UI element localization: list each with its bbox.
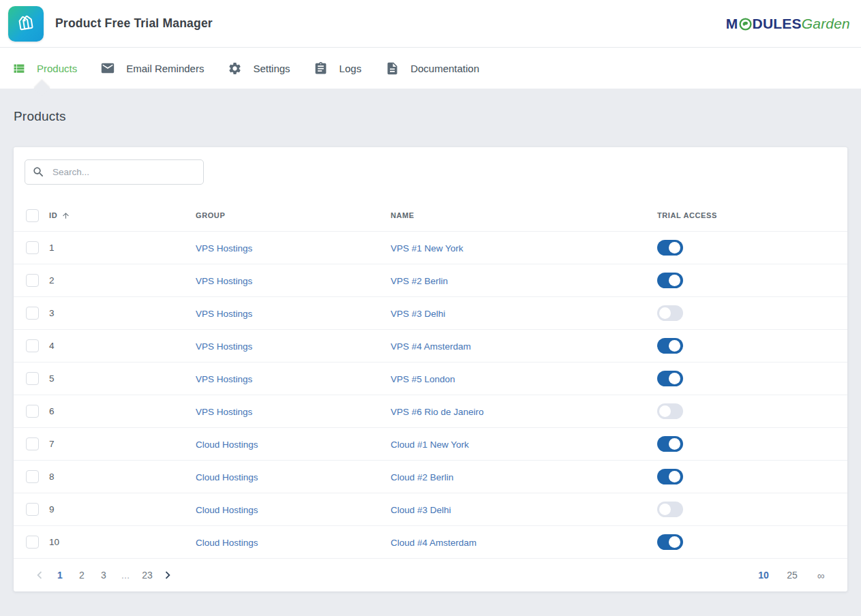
product-group-link[interactable]: VPS Hostings [196, 374, 252, 384]
product-name-link[interactable]: Cloud #4 Amsterdam [391, 538, 477, 548]
page-size-10[interactable]: 10 [755, 570, 772, 581]
page-size-all[interactable]: ∞ [812, 570, 830, 581]
column-header-trial-access[interactable]: TRIAL ACCESS [657, 211, 836, 219]
pagination-page-3[interactable]: 3 [94, 570, 113, 581]
product-group-link[interactable]: VPS Hostings [196, 243, 252, 253]
free-trial-tags-icon [8, 6, 44, 42]
product-id: 6 [49, 406, 196, 416]
toggle-knob [659, 307, 671, 319]
column-header-name[interactable]: NAME [391, 211, 657, 219]
tab-logs[interactable]: Logs [314, 61, 362, 76]
table-row: 9Cloud HostingsCloud #3 Delhi [14, 493, 847, 525]
tab-email-reminders[interactable]: Email Reminders [100, 61, 204, 76]
product-name-link[interactable]: VPS #3 Delhi [391, 309, 445, 319]
tab-label: Products [37, 63, 77, 74]
pagination: 123…23 1025∞ [14, 558, 847, 591]
trial-access-toggle[interactable] [657, 240, 683, 256]
product-id: 2 [49, 275, 196, 286]
row-checkbox[interactable] [26, 339, 39, 352]
product-id: 9 [49, 504, 196, 514]
trial-access-toggle[interactable] [657, 534, 683, 550]
tab-label: Email Reminders [126, 63, 204, 74]
app-root: Product Free Trial Manager M DULES Garde… [0, 0, 861, 591]
product-name-link[interactable]: VPS #2 Berlin [391, 276, 448, 286]
trial-access-toggle[interactable] [657, 469, 683, 484]
content: Products ID [0, 109, 861, 591]
row-checkbox[interactable] [26, 307, 39, 320]
pagination-page-1[interactable]: 1 [50, 570, 70, 581]
product-name-link[interactable]: VPS #1 New York [391, 243, 464, 253]
row-checkbox[interactable] [26, 274, 39, 287]
product-group-link[interactable]: Cloud Hostings [196, 538, 258, 548]
product-group-link[interactable]: VPS Hostings [196, 407, 252, 417]
tab-products[interactable]: Products [11, 61, 77, 76]
column-header-group[interactable]: GROUP [196, 211, 391, 219]
table-row: 10Cloud HostingsCloud #4 Amsterdam [14, 525, 847, 558]
trial-access-toggle[interactable] [657, 305, 683, 321]
search-input[interactable] [25, 159, 204, 185]
toggle-knob [669, 536, 680, 548]
product-group-link[interactable]: VPS Hostings [196, 341, 252, 352]
row-checkbox[interactable] [26, 470, 39, 483]
row-checkbox[interactable] [26, 405, 39, 418]
pagination-page-23[interactable]: 23 [138, 570, 157, 581]
globe-icon [739, 18, 752, 31]
search-box [25, 159, 204, 185]
table-row: 2VPS HostingsVPS #2 Berlin [14, 264, 847, 296]
product-group-link[interactable]: VPS Hostings [196, 309, 252, 319]
product-group-link[interactable]: Cloud Hostings [196, 505, 258, 515]
product-id: 3 [49, 308, 196, 318]
row-checkbox[interactable] [26, 503, 39, 516]
product-name-link[interactable]: VPS #6 Rio de Janeiro [391, 407, 484, 417]
product-name-link[interactable]: Cloud #3 Delhi [391, 505, 451, 515]
product-name-link[interactable]: Cloud #1 New York [391, 440, 469, 450]
tab-settings[interactable]: Settings [227, 61, 290, 76]
column-label-id: ID [49, 211, 57, 219]
product-group-link[interactable]: VPS Hostings [196, 276, 252, 286]
pagination-ellipsis: … [116, 570, 135, 581]
column-header-id[interactable]: ID [49, 211, 196, 220]
toggle-knob [669, 340, 680, 352]
toggle-knob [669, 275, 680, 286]
toggle-knob [669, 373, 680, 384]
table-row: 5VPS HostingsVPS #5 London [14, 362, 847, 395]
trial-access-toggle[interactable] [657, 371, 683, 386]
product-group-link[interactable]: Cloud Hostings [196, 440, 258, 450]
list-icon [11, 61, 26, 76]
table-row: 1VPS HostingsVPS #1 New York [14, 231, 847, 264]
products-card: ID GROUP NAME TRIAL ACCESS 1VPS Hostings… [14, 147, 847, 591]
tab-label: Documentation [410, 63, 479, 74]
trial-access-toggle[interactable] [657, 403, 683, 419]
select-all-checkbox[interactable] [26, 209, 39, 222]
trial-access-toggle[interactable] [657, 436, 683, 452]
clipboard-icon [314, 61, 329, 76]
table-row: 3VPS HostingsVPS #3 Delhi [14, 296, 847, 329]
trial-access-toggle[interactable] [657, 273, 683, 288]
product-name-link[interactable]: Cloud #2 Berlin [391, 472, 453, 482]
row-checkbox[interactable] [26, 536, 39, 549]
product-id: 8 [49, 472, 196, 482]
product-id: 10 [49, 537, 196, 547]
pagination-pages: 123…23 [31, 567, 176, 583]
page-size-25[interactable]: 25 [783, 570, 801, 581]
row-checkbox[interactable] [26, 372, 39, 385]
product-id: 4 [49, 341, 196, 351]
document-icon [384, 61, 399, 76]
row-checkbox[interactable] [26, 241, 39, 254]
search-icon [32, 166, 45, 179]
app-header: Product Free Trial Manager M DULES Garde… [0, 0, 861, 48]
product-name-link[interactable]: VPS #4 Amsterdam [391, 341, 471, 352]
product-id: 1 [49, 243, 196, 253]
trial-access-toggle[interactable] [657, 502, 683, 517]
pagination-page-2[interactable]: 2 [72, 570, 91, 581]
trial-access-toggle[interactable] [657, 338, 683, 354]
nav-tabs: ProductsEmail RemindersSettingsLogsDocum… [0, 48, 861, 89]
product-name-link[interactable]: VPS #5 London [391, 374, 455, 384]
pagination-next[interactable] [160, 567, 176, 583]
tab-documentation[interactable]: Documentation [384, 61, 479, 76]
product-id: 5 [49, 373, 196, 384]
row-checkbox[interactable] [26, 437, 39, 450]
tab-label: Settings [253, 63, 290, 74]
product-group-link[interactable]: Cloud Hostings [196, 472, 258, 482]
page-title: Products [14, 109, 847, 124]
